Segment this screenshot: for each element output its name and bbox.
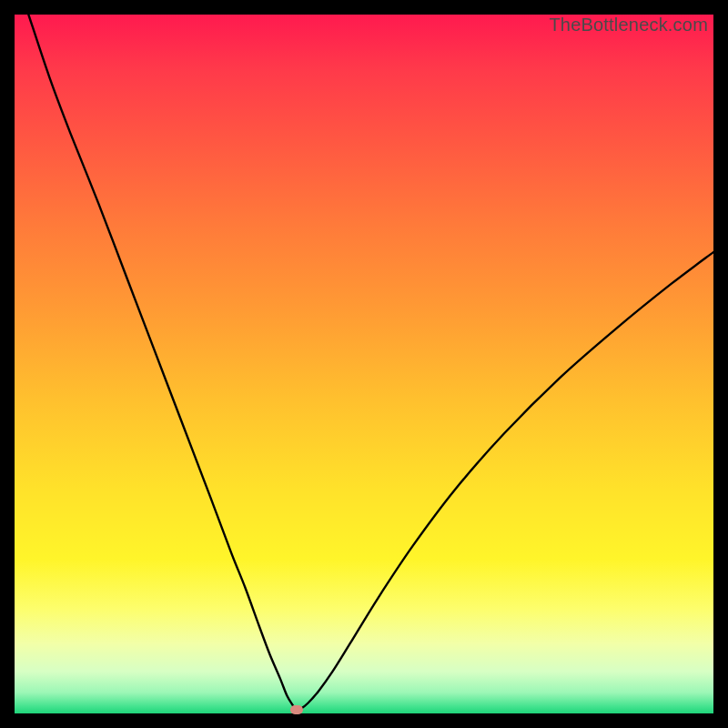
bottleneck-curve xyxy=(15,15,713,713)
chart-frame: TheBottleneck.com xyxy=(15,15,713,713)
minimum-marker xyxy=(290,705,303,714)
